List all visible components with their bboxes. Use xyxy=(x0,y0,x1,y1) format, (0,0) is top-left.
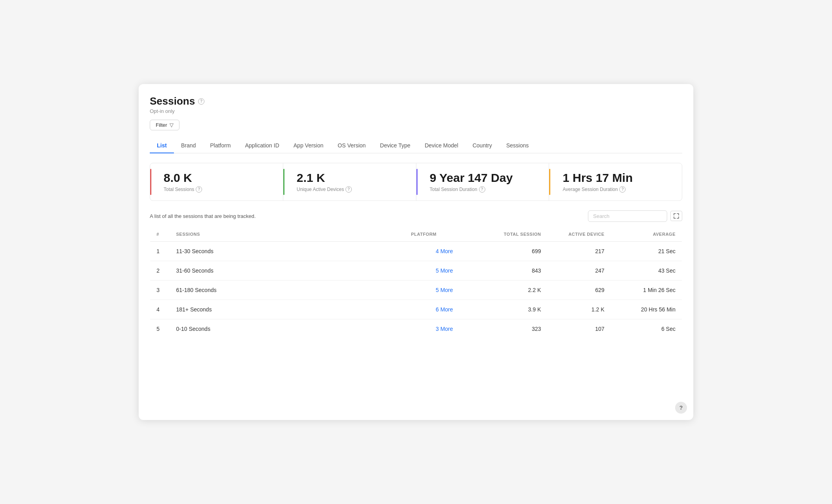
cell-average-1: 43 Sec xyxy=(611,261,682,280)
cell-platform-3[interactable]: 6 More xyxy=(405,300,484,319)
metric-value-avg: 1 Hrs 17 Min xyxy=(559,171,672,185)
metric-help-icon-0[interactable]: ? xyxy=(196,186,202,193)
cell-active-2: 629 xyxy=(548,280,611,300)
col-header-sessions: SESSIONS xyxy=(170,227,405,241)
platform-more-link-4[interactable]: 3 More xyxy=(436,326,453,332)
col-header-platform: PLATFORM xyxy=(405,227,484,241)
table-row: 4 181+ Seconds 6 More 3.9 K 1.2 K 20 Hrs… xyxy=(150,300,682,319)
cell-total-0: 699 xyxy=(484,241,548,261)
table-controls xyxy=(588,210,682,222)
cell-total-4: 323 xyxy=(484,319,548,338)
table-header: # SESSIONS PLATFORM TOTAL SESSION ACTIVE… xyxy=(150,227,682,241)
cell-average-2: 1 Min 26 Sec xyxy=(611,280,682,300)
platform-more-link-2[interactable]: 5 More xyxy=(436,287,453,293)
tab-device-type[interactable]: Device Type xyxy=(373,138,418,153)
cell-average-3: 20 Hrs 56 Min xyxy=(611,300,682,319)
table-row: 3 61-180 Seconds 5 More 2.2 K 629 1 Min … xyxy=(150,280,682,300)
cell-session-2: 61-180 Seconds xyxy=(170,280,405,300)
metric-help-icon-1[interactable]: ? xyxy=(345,186,352,193)
col-header-active: ACTIVE DEVICE xyxy=(548,227,611,241)
tab-device-model[interactable]: Device Model xyxy=(418,138,466,153)
cell-platform-1[interactable]: 5 More xyxy=(405,261,484,280)
metric-total-sessions: 8.0 K Total Sessions ? xyxy=(150,163,283,200)
metric-help-icon-3[interactable]: ? xyxy=(619,186,626,193)
metric-help-icon-2[interactable]: ? xyxy=(479,186,485,193)
help-button[interactable]: ? xyxy=(675,402,687,414)
tab-brand[interactable]: Brand xyxy=(174,138,203,153)
platform-more-link-3[interactable]: 6 More xyxy=(436,306,453,313)
title-help-icon[interactable]: ? xyxy=(198,98,204,105)
metric-accent-duration xyxy=(416,169,418,195)
metric-value-total-sessions: 8.0 K xyxy=(160,171,273,185)
tab-application-id[interactable]: Application ID xyxy=(238,138,286,153)
cell-total-3: 3.9 K xyxy=(484,300,548,319)
cell-active-3: 1.2 K xyxy=(548,300,611,319)
metric-accent-total-sessions xyxy=(150,169,151,195)
platform-more-link-0[interactable]: 4 More xyxy=(436,248,453,254)
metric-label-avg: Average Session Duration ? xyxy=(559,186,672,193)
expand-icon xyxy=(674,213,679,219)
table-header-row: A list of all the sessions that are bein… xyxy=(150,210,682,222)
filter-button[interactable]: Filter ▽ xyxy=(150,120,179,130)
cell-platform-4[interactable]: 3 More xyxy=(405,319,484,338)
table-description: A list of all the sessions that are bein… xyxy=(150,213,256,219)
cell-total-2: 2.2 K xyxy=(484,280,548,300)
cell-session-0: 11-30 Seconds xyxy=(170,241,405,261)
tab-os-version[interactable]: OS Version xyxy=(330,138,373,153)
metric-label-unique: Unique Active Devices ? xyxy=(293,186,406,193)
col-header-hash: # xyxy=(150,227,170,241)
table-row: 2 31-60 Seconds 5 More 843 247 43 Sec xyxy=(150,261,682,280)
metric-accent-unique xyxy=(283,169,284,195)
metric-value-unique: 2.1 K xyxy=(293,171,406,185)
cell-active-1: 247 xyxy=(548,261,611,280)
cell-platform-0[interactable]: 4 More xyxy=(405,241,484,261)
cell-active-0: 217 xyxy=(548,241,611,261)
filter-icon: ▽ xyxy=(170,122,174,128)
cell-session-3: 181+ Seconds xyxy=(170,300,405,319)
tab-platform[interactable]: Platform xyxy=(203,138,238,153)
cell-num-3: 4 xyxy=(150,300,170,319)
cell-total-1: 843 xyxy=(484,261,548,280)
cell-session-1: 31-60 Seconds xyxy=(170,261,405,280)
platform-more-link-1[interactable]: 5 More xyxy=(436,267,453,274)
metrics-row: 8.0 K Total Sessions ? 2.1 K Unique Acti… xyxy=(150,163,682,201)
metric-unique-active-devices: 2.1 K Unique Active Devices ? xyxy=(283,163,416,200)
cell-num-0: 1 xyxy=(150,241,170,261)
search-input[interactable] xyxy=(588,210,667,222)
cell-num-4: 5 xyxy=(150,319,170,338)
cell-num-1: 2 xyxy=(150,261,170,280)
metric-label-total-sessions: Total Sessions ? xyxy=(160,186,273,193)
cell-average-0: 21 Sec xyxy=(611,241,682,261)
metric-average-duration: 1 Hrs 17 Min Average Session Duration ? xyxy=(549,163,682,200)
table-row: 5 0-10 Seconds 3 More 323 107 6 Sec xyxy=(150,319,682,338)
main-window: Sessions ? Opt-in only Filter ▽ List Bra… xyxy=(139,84,693,420)
cell-average-4: 6 Sec xyxy=(611,319,682,338)
table-body: 1 11-30 Seconds 4 More 699 217 21 Sec 2 … xyxy=(150,241,682,338)
tab-list[interactable]: List xyxy=(150,138,174,153)
cell-active-4: 107 xyxy=(548,319,611,338)
tab-country[interactable]: Country xyxy=(466,138,499,153)
filter-label: Filter xyxy=(156,122,167,128)
metric-accent-avg xyxy=(549,169,550,195)
page-subtitle: Opt-in only xyxy=(150,108,682,114)
cell-num-2: 3 xyxy=(150,280,170,300)
cell-platform-2[interactable]: 5 More xyxy=(405,280,484,300)
tab-sessions[interactable]: Sessions xyxy=(499,138,536,153)
col-header-average: AVERAGE xyxy=(611,227,682,241)
tab-bar: List Brand Platform Application ID App V… xyxy=(150,138,682,153)
metric-total-duration: 9 Year 147 Day Total Session Duration ? xyxy=(416,163,550,200)
tab-app-version[interactable]: App Version xyxy=(286,138,331,153)
table-section: A list of all the sessions that are bein… xyxy=(150,210,682,339)
metric-value-total-duration: 9 Year 147 Day xyxy=(426,171,540,185)
sessions-table: # SESSIONS PLATFORM TOTAL SESSION ACTIVE… xyxy=(150,227,682,339)
cell-session-4: 0-10 Seconds xyxy=(170,319,405,338)
table-row: 1 11-30 Seconds 4 More 699 217 21 Sec xyxy=(150,241,682,261)
expand-button[interactable] xyxy=(670,211,682,221)
metric-label-total-duration: Total Session Duration ? xyxy=(426,186,540,193)
col-header-total: TOTAL SESSION xyxy=(484,227,548,241)
page-title: Sessions xyxy=(150,95,195,107)
